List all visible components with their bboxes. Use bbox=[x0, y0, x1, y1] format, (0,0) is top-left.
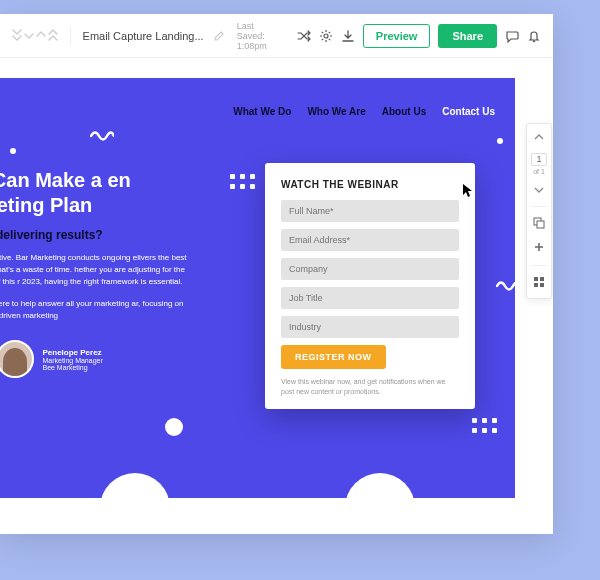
dot-decoration bbox=[497, 138, 503, 144]
last-saved-label: Last Saved: 1:08pm bbox=[237, 21, 281, 51]
speaker-role: Marketing Manager bbox=[42, 357, 102, 364]
speakers-row: very eting Penelope Perez Marketing Mana… bbox=[0, 340, 200, 378]
hero-headline: You Can Make a en Marketing Plan bbox=[0, 168, 200, 218]
nav-item[interactable]: Who We Are bbox=[307, 106, 365, 117]
move-up-icon[interactable] bbox=[534, 132, 544, 143]
speaker-name: Penelope Perez bbox=[42, 348, 102, 357]
editor-window: Email Capture Landing... Last Saved: 1:0… bbox=[0, 14, 553, 534]
duplicate-icon[interactable] bbox=[533, 217, 545, 231]
page-nav: What We Do Who We Are About Us Contact U… bbox=[233, 106, 495, 117]
nav-item[interactable]: What We Do bbox=[233, 106, 291, 117]
chat-icon[interactable] bbox=[505, 27, 519, 45]
add-page-icon[interactable] bbox=[533, 241, 545, 255]
shuffle-icon[interactable] bbox=[297, 27, 311, 45]
job-title-field[interactable] bbox=[281, 287, 459, 309]
notifications-icon[interactable] bbox=[527, 27, 541, 45]
svg-rect-5 bbox=[534, 283, 538, 287]
form-title: WATCH THE WEBINAR bbox=[281, 179, 459, 190]
undo-more-icon[interactable] bbox=[12, 27, 22, 45]
divider bbox=[531, 265, 547, 266]
preview-button[interactable]: Preview bbox=[363, 24, 431, 48]
full-name-field[interactable] bbox=[281, 200, 459, 222]
editor-canvas[interactable]: ETING What We Do Who We Are About Us Con… bbox=[0, 58, 553, 534]
divider bbox=[531, 206, 547, 207]
page-tools-sidebar: 1 of 1 bbox=[526, 123, 552, 299]
redo-more-icon[interactable] bbox=[48, 27, 58, 45]
cursor-icon bbox=[463, 184, 473, 198]
dot-decoration bbox=[10, 148, 16, 154]
history-controls bbox=[12, 27, 58, 45]
svg-rect-6 bbox=[540, 283, 544, 287]
page-number: 1 bbox=[531, 153, 546, 166]
email-field[interactable] bbox=[281, 229, 459, 251]
nav-item-active[interactable]: Contact Us bbox=[442, 106, 495, 117]
squiggle-icon bbox=[90, 128, 114, 146]
squiggle-icon bbox=[496, 278, 520, 296]
topbar: Email Capture Landing... Last Saved: 1:0… bbox=[0, 14, 553, 58]
landing-page[interactable]: ETING What We Do Who We Are About Us Con… bbox=[0, 78, 515, 498]
move-down-icon[interactable] bbox=[534, 185, 544, 196]
speaker-company: Bee Marketing bbox=[42, 364, 102, 371]
share-button[interactable]: Share bbox=[438, 24, 497, 48]
hero-subhead: ng plan delivering results? bbox=[0, 228, 200, 242]
redo-icon[interactable] bbox=[36, 27, 46, 45]
circle-decoration bbox=[100, 473, 170, 534]
hero-paragraph: never be reactive. Bar Marketing conduct… bbox=[0, 252, 200, 288]
edit-title-icon[interactable] bbox=[214, 27, 225, 45]
speaker: Penelope Perez Marketing Manager Bee Mar… bbox=[0, 340, 103, 378]
page-count: of 1 bbox=[531, 168, 546, 175]
svg-rect-2 bbox=[537, 221, 544, 228]
hero-paragraph: e Perez are here to help answer all your… bbox=[0, 298, 200, 322]
download-icon[interactable] bbox=[341, 27, 355, 45]
hero-section: You Can Make a en Marketing Plan ng plan… bbox=[0, 168, 200, 378]
divider bbox=[70, 26, 71, 46]
svg-point-0 bbox=[324, 34, 328, 38]
nav-item[interactable]: About Us bbox=[382, 106, 426, 117]
industry-field[interactable] bbox=[281, 316, 459, 338]
webinar-form: WATCH THE WEBINAR REGISTER NOW View this… bbox=[265, 163, 475, 409]
company-field[interactable] bbox=[281, 258, 459, 280]
dots-decoration bbox=[230, 174, 255, 189]
form-note: View this webinar now, and get notificat… bbox=[281, 377, 459, 397]
avatar bbox=[0, 340, 34, 378]
register-button[interactable]: REGISTER NOW bbox=[281, 345, 386, 369]
undo-icon[interactable] bbox=[24, 27, 34, 45]
dot-decoration bbox=[165, 418, 183, 436]
document-title[interactable]: Email Capture Landing... bbox=[83, 30, 204, 42]
circle-decoration bbox=[345, 473, 415, 534]
settings-icon[interactable] bbox=[319, 27, 333, 45]
grid-view-icon[interactable] bbox=[533, 276, 545, 290]
svg-rect-4 bbox=[540, 277, 544, 281]
svg-rect-3 bbox=[534, 277, 538, 281]
dots-decoration bbox=[472, 418, 497, 433]
